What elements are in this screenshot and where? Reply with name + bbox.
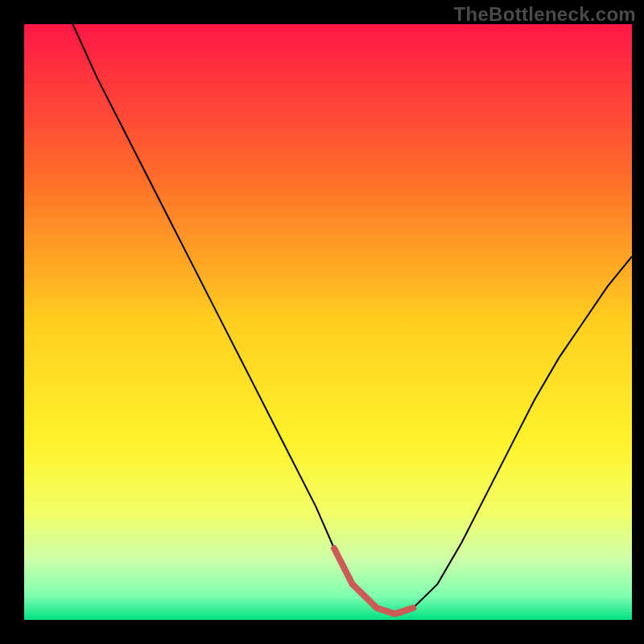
bottleneck-chart (0, 0, 644, 644)
chart-frame: TheBottleneck.com (0, 0, 644, 644)
watermark-text: TheBottleneck.com (454, 3, 636, 26)
